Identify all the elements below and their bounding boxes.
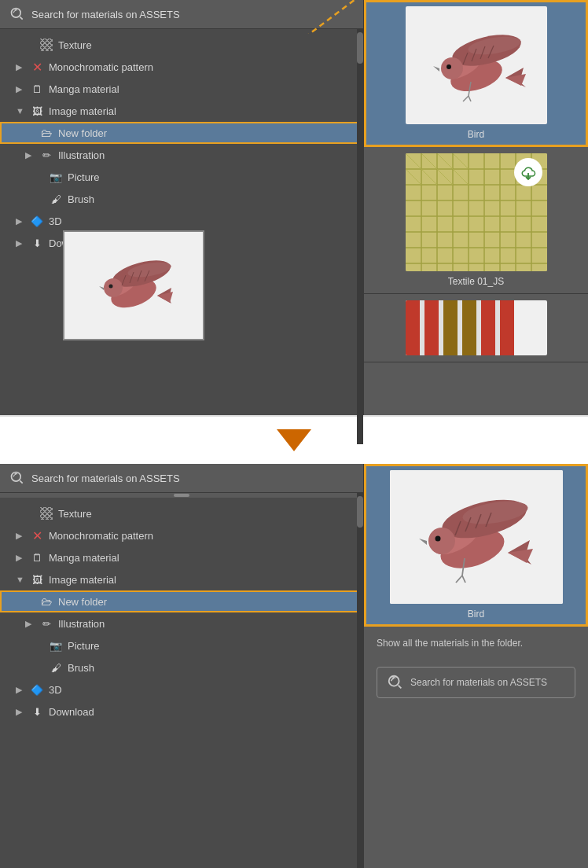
camera-icon-top: 📷	[49, 170, 63, 184]
stripe-5	[443, 300, 458, 355]
illus-expand-bot: ▶	[25, 619, 35, 629]
tree-item-image[interactable]: ▼ 🖼 Image material	[0, 100, 363, 122]
tree-item-new-folder-bot[interactable]: 🗁 New folder	[0, 590, 363, 612]
top-scrollbar[interactable]	[357, 29, 363, 444]
bird-card-bot[interactable]: Bird	[364, 464, 588, 627]
svg-point-63	[428, 528, 455, 554]
info-area-bot: Show all the materials in the folder.	[364, 627, 588, 660]
3d-label-top: 3D	[49, 215, 62, 227]
texture-icon-bot	[39, 506, 53, 520]
dl-expand-bot: ▶	[16, 707, 25, 717]
manga-icon-bot: 🗒	[30, 550, 44, 565]
top-scrollbar-thumb	[357, 32, 363, 64]
texture-label: Texture	[58, 39, 92, 51]
new-folder-label-bot: New folder	[58, 596, 107, 608]
3d-expand-bot: ▶	[16, 685, 25, 695]
manga-expand: ▶	[16, 84, 25, 94]
download-cloud-badge	[514, 158, 542, 186]
assets-btn-label-bot: Search for materials on ASSETS	[410, 677, 547, 688]
assets-search-icon	[9, 6, 25, 22]
tree-item-new-folder-top[interactable]: 🗁 New folder	[0, 122, 363, 144]
brush-label-top: Brush	[68, 193, 94, 205]
cloud-download-icon	[520, 164, 537, 181]
bottom-search-label: Search for materials on ASSETS	[31, 473, 180, 484]
svg-point-9	[109, 285, 113, 289]
manga-expand-bot: ▶	[16, 553, 25, 563]
bottom-assets-search-icon	[9, 470, 25, 486]
dl-label-bot: Download	[49, 706, 94, 718]
mono-icon: ✕	[30, 60, 44, 74]
tree-item-manga[interactable]: ▶ 🗒 Manga material	[0, 78, 363, 100]
top-search-label: Search for materials on ASSETS	[31, 9, 180, 20]
assets-search-btn-bot[interactable]: Search for materials on ASSETS	[377, 667, 575, 698]
manga-icon: 🗒	[30, 82, 44, 96]
illus-label-bot: Illustration	[58, 618, 105, 630]
brush-icon-top: 🖌	[49, 192, 63, 206]
top-right-panel: Bird	[363, 0, 588, 415]
new-folder-label-top: New folder	[58, 127, 107, 139]
tree-item-3d-bot[interactable]: ▶ 🔷 3D	[0, 679, 363, 701]
texture-icon	[39, 38, 53, 52]
tree-item-illustration-top[interactable]: ▶ ✏ Illustration	[0, 144, 363, 166]
bottom-tree-area: Texture ▶ ✕ Monochromatic pattern ▶ 🗒 Ma…	[0, 498, 363, 868]
stripe-3	[424, 300, 439, 355]
bottom-right-panel: Bird Show all the materials in the folde…	[363, 464, 588, 868]
dl-expand-top: ▶	[16, 238, 25, 248]
arrow-divider	[0, 417, 588, 464]
tree-item-monochromatic[interactable]: ▶ ✕ Monochromatic pattern	[0, 56, 363, 78]
textile-card-top[interactable]: Textile 01_JS	[364, 147, 588, 294]
preview-overlay	[63, 230, 204, 340]
svg-point-5	[104, 278, 123, 297]
brush-icon-bot: 🖌	[49, 660, 63, 675]
bottom-search-bar[interactable]: Search for materials on ASSETS	[0, 464, 363, 493]
tree-item-image-bot[interactable]: ▼ 🖼 Image material	[0, 568, 363, 590]
camera-icon-bot: 📷	[49, 638, 63, 653]
bird-preview-svg	[79, 242, 189, 329]
brush-label-bot: Brush	[68, 662, 94, 674]
illus-label-top: Illustration	[58, 149, 105, 161]
fabric-card-top[interactable]	[364, 294, 588, 362]
bird-full-svg-bot	[390, 470, 563, 604]
bottom-sidebar: Search for materials on ASSETS Texture ▶…	[0, 464, 363, 868]
info-text-bot: Show all the materials in the folder.	[377, 636, 575, 651]
mono-label: Monochromatic pattern	[49, 61, 153, 73]
bottom-scrollbar[interactable]	[357, 493, 363, 868]
image-expand-bot: ▼	[16, 575, 25, 584]
tree-item-manga-bot[interactable]: ▶ 🗒 Manga material	[0, 546, 363, 568]
manga-label-bot: Manga material	[49, 552, 119, 564]
assets-btn-icon-bot	[387, 674, 404, 691]
bird-thumb-bot	[390, 470, 563, 604]
mono-icon-bot: ✕	[30, 528, 44, 542]
mono-expand-bot: ▶	[16, 531, 25, 541]
tree-item-picture-bot[interactable]: 📷 Picture	[0, 634, 363, 657]
3d-icon-top: 🔷	[30, 214, 44, 228]
dl-icon-bot: ⬇	[30, 704, 44, 719]
tree-item-mono-bot[interactable]: ▶ ✕ Monochromatic pattern	[0, 524, 363, 546]
down-arrow-icon	[277, 429, 311, 451]
mono-expand: ▶	[16, 62, 25, 72]
illus-icon-bot: ✏	[39, 616, 53, 631]
tree-item-texture-bot[interactable]: Texture	[0, 502, 363, 524]
mono-label-bot: Monochromatic pattern	[49, 530, 153, 542]
bottom-scrollbar-thumb	[357, 496, 363, 528]
top-search-bar[interactable]: Search for materials on ASSETS	[0, 0, 363, 29]
tree-item-illus-bot[interactable]: ▶ ✏ Illustration	[0, 612, 363, 634]
textile-name-top: Textile 01_JS	[448, 276, 504, 287]
folder-icon-bot: 🗁	[39, 594, 53, 609]
tree-item-brush-bot[interactable]: 🖌 Brush	[0, 657, 363, 679]
picture-label-bot: Picture	[68, 640, 99, 652]
tree-item-brush-top[interactable]: 🖌 Brush	[0, 188, 363, 210]
scroll-dot	[174, 494, 189, 497]
tree-item-picture-top[interactable]: 📷 Picture	[0, 166, 363, 188]
tree-item-texture[interactable]: Texture	[0, 34, 363, 56]
bottom-panel: Search for materials on ASSETS Texture ▶…	[0, 464, 588, 868]
top-panel: Search for materials on ASSETS Texture ▶…	[0, 0, 588, 417]
top-tree-area: Texture ▶ ✕ Monochromatic pattern ▶ 🗒 Ma…	[0, 29, 363, 415]
bird-name-bot: Bird	[468, 609, 484, 620]
bird-card-top[interactable]: Bird	[364, 0, 588, 147]
tree-item-3d-top[interactable]: ▶ 🔷 3D	[0, 210, 363, 232]
stripe-11	[500, 300, 514, 355]
stripe-9	[481, 300, 495, 355]
svg-point-20	[441, 57, 463, 79]
tree-item-download-bot[interactable]: ▶ ⬇ Download	[0, 701, 363, 723]
